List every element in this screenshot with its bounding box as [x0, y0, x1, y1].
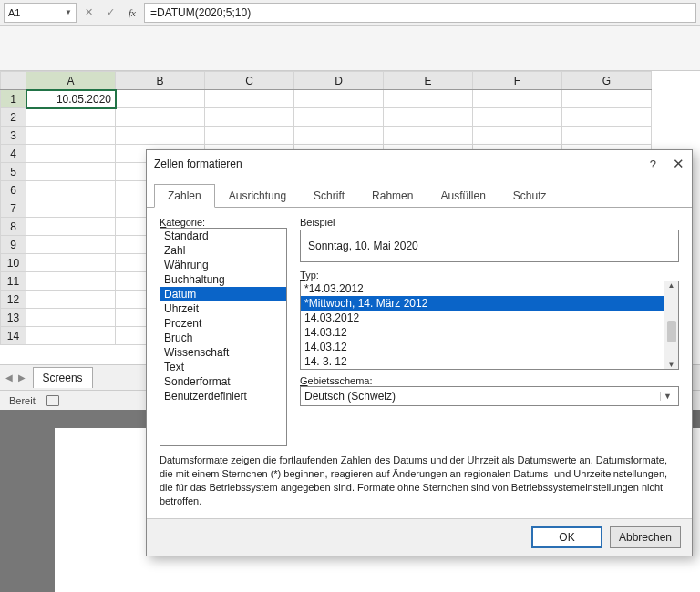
help-icon[interactable]: ?	[650, 158, 656, 171]
cell-B3[interactable]	[116, 127, 205, 145]
col-header-F[interactable]: F	[473, 72, 562, 90]
cell-F3[interactable]	[473, 127, 562, 145]
cell-A13[interactable]	[26, 309, 116, 327]
cell-E2[interactable]	[384, 108, 473, 127]
col-header-E[interactable]: E	[384, 72, 473, 90]
row-header-1[interactable]: 1	[1, 90, 26, 108]
accept-formula-icon[interactable]: ✓	[100, 3, 120, 23]
row-header-10[interactable]: 10	[1, 254, 26, 272]
cancel-button[interactable]: Abbrechen	[610, 526, 681, 548]
type-item[interactable]: 14.3.12	[301, 369, 678, 370]
row-header-13[interactable]: 13	[1, 309, 26, 327]
sheet-nav[interactable]: ◀ ▶	[5, 373, 26, 383]
category-list[interactable]: StandardZahlWährungBuchhaltungDatumUhrze…	[160, 228, 287, 446]
col-header-D[interactable]: D	[294, 72, 384, 90]
cell-F2[interactable]	[473, 108, 562, 127]
cell-A12[interactable]	[26, 291, 116, 309]
ok-button[interactable]: OK	[531, 526, 602, 548]
type-item[interactable]: 14.03.12	[301, 340, 678, 354]
cell-G3[interactable]	[562, 127, 652, 145]
cell-G1[interactable]	[562, 90, 652, 108]
cell-C2[interactable]	[205, 108, 294, 127]
cell-A7[interactable]	[26, 199, 116, 218]
cell-A3[interactable]	[26, 127, 116, 145]
row-header-14[interactable]: 14	[1, 327, 26, 345]
select-all-corner[interactable]	[1, 72, 26, 90]
row-header-4[interactable]: 4	[1, 145, 26, 163]
category-item[interactable]: Text	[160, 360, 286, 374]
tab-ausfüllen[interactable]: Ausfüllen	[427, 184, 499, 208]
cell-A10[interactable]	[26, 254, 116, 272]
row-header-11[interactable]: 11	[1, 272, 26, 291]
cell-D3[interactable]	[294, 127, 384, 145]
preview-label: Beispiel	[300, 217, 679, 228]
category-item[interactable]: Sonderformat	[160, 374, 286, 389]
close-icon[interactable]: ✕	[673, 156, 685, 172]
scroll-thumb[interactable]	[667, 321, 676, 342]
tab-rahmen[interactable]: Rahmen	[358, 184, 427, 208]
scroll-down-icon[interactable]: ▼	[668, 361, 675, 369]
cell-A1[interactable]: 10.05.2020	[26, 90, 116, 108]
scroll-up-icon[interactable]: ▲	[668, 281, 675, 290]
record-macro-icon[interactable]	[46, 395, 59, 406]
cell-A9[interactable]	[26, 236, 116, 254]
cell-C1[interactable]	[205, 90, 294, 108]
formula-input[interactable]: =DATUM(2020;5;10)	[144, 3, 696, 23]
cell-A6[interactable]	[26, 181, 116, 199]
row-header-7[interactable]: 7	[1, 199, 26, 218]
category-item[interactable]: Benutzerdefiniert	[160, 389, 286, 403]
row-header-12[interactable]: 12	[1, 291, 26, 309]
type-item[interactable]: *14.03.2012	[301, 281, 678, 296]
category-item[interactable]: Bruch	[160, 331, 286, 345]
category-item[interactable]: Zahl	[160, 243, 286, 258]
cancel-formula-icon[interactable]: ✕	[78, 3, 98, 23]
row-header-6[interactable]: 6	[1, 181, 26, 199]
name-box[interactable]: A1 ▼	[4, 3, 77, 23]
cell-A14[interactable]	[26, 327, 116, 345]
locale-label: Gebietsschema:	[300, 375, 679, 386]
cell-B2[interactable]	[116, 108, 205, 127]
category-item[interactable]: Wissenschaft	[160, 345, 286, 360]
tab-schrift[interactable]: Schrift	[300, 184, 358, 208]
fx-icon[interactable]: fx	[122, 3, 142, 23]
tab-schutz[interactable]: Schutz	[499, 184, 561, 208]
category-item[interactable]: Uhrzeit	[160, 301, 286, 316]
cell-A11[interactable]	[26, 272, 116, 291]
cell-D1[interactable]	[294, 90, 384, 108]
row-header-5[interactable]: 5	[1, 163, 26, 181]
cell-B1[interactable]	[116, 90, 205, 108]
tab-ausrichtung[interactable]: Ausrichtung	[215, 184, 300, 208]
row-header-8[interactable]: 8	[1, 218, 26, 236]
tab-zahlen[interactable]: Zahlen	[154, 184, 215, 208]
type-list[interactable]: *14.03.2012*Mittwoch, 14. März 201214.03…	[300, 281, 679, 370]
category-item[interactable]: Prozent	[160, 316, 286, 331]
category-item[interactable]: Standard	[160, 229, 286, 243]
sheet-tab[interactable]: Screens	[33, 367, 93, 388]
category-item[interactable]: Datum	[160, 287, 286, 301]
cell-G2[interactable]	[562, 108, 652, 127]
col-header-A[interactable]: A	[26, 72, 116, 90]
row-header-2[interactable]: 2	[1, 108, 26, 127]
cell-E3[interactable]	[384, 127, 473, 145]
cell-A2[interactable]	[26, 108, 116, 127]
type-item[interactable]: 14. 3. 12	[301, 354, 678, 369]
cell-D2[interactable]	[294, 108, 384, 127]
col-header-C[interactable]: C	[205, 72, 294, 90]
type-item[interactable]: 14.03.12	[301, 325, 678, 340]
cell-E1[interactable]	[384, 90, 473, 108]
type-item[interactable]: *Mittwoch, 14. März 2012	[301, 296, 678, 311]
cell-A4[interactable]	[26, 145, 116, 163]
type-item[interactable]: 14.03.2012	[301, 311, 678, 325]
scrollbar[interactable]: ▲ ▼	[664, 281, 678, 369]
cell-F1[interactable]	[473, 90, 562, 108]
row-header-3[interactable]: 3	[1, 127, 26, 145]
cell-A5[interactable]	[26, 163, 116, 181]
category-item[interactable]: Währung	[160, 258, 286, 272]
locale-combo[interactable]: Deutsch (Schweiz) ▼	[300, 386, 679, 406]
row-header-9[interactable]: 9	[1, 236, 26, 254]
cell-C3[interactable]	[205, 127, 294, 145]
col-header-G[interactable]: G	[562, 72, 652, 90]
col-header-B[interactable]: B	[116, 72, 205, 90]
category-item[interactable]: Buchhaltung	[160, 272, 286, 287]
cell-A8[interactable]	[26, 218, 116, 236]
